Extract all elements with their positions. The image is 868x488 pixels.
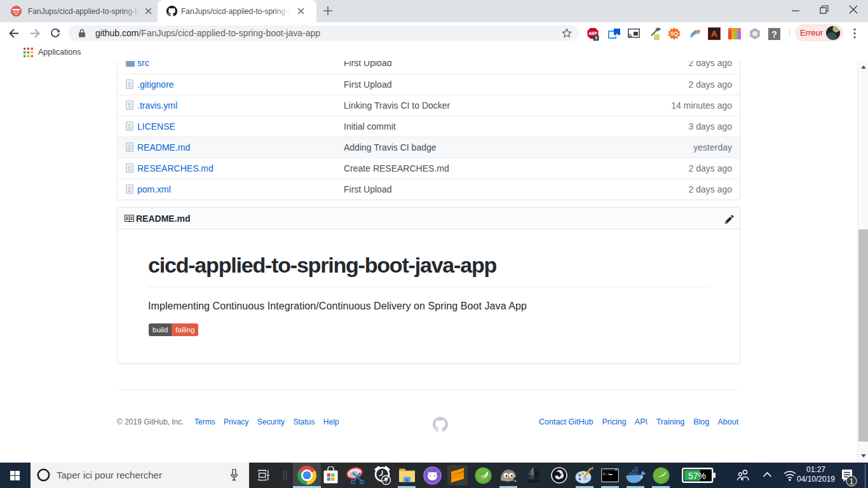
svg-text:3: 3 [595, 36, 597, 40]
svg-text:1: 1 [850, 477, 854, 486]
svg-text:?: ? [771, 29, 777, 39]
svg-text:ABP: ABP [588, 31, 597, 36]
svg-text:SQ: SQ [670, 30, 679, 37]
svg-text:57%: 57% [688, 471, 706, 481]
